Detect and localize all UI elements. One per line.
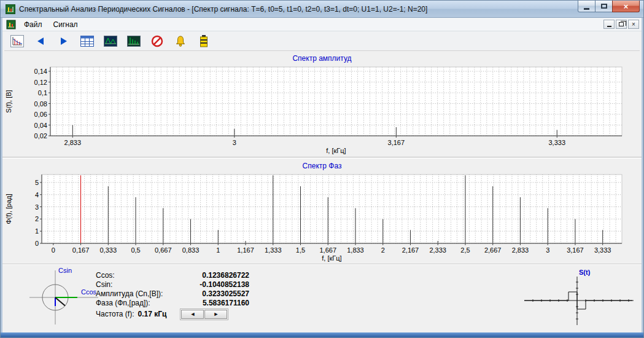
- battery-icon: [198, 34, 210, 48]
- minimize-button[interactable]: [578, 1, 596, 12]
- x-tick-label: 1,333: [265, 246, 282, 254]
- mdi-window-controls: ×: [603, 20, 639, 29]
- spectrum-image-icon: [127, 36, 141, 47]
- prev-arrow-icon: [36, 36, 45, 46]
- prev-harmonic-button[interactable]: [33, 33, 48, 49]
- app-window: Спектральный Анализ Периодических Сигнал…: [0, 0, 644, 338]
- x-axis-title: f, [кГц]: [322, 254, 341, 262]
- left-pointer-icon: ◄: [190, 311, 195, 317]
- x-tick-label: 0,5: [131, 246, 140, 254]
- x-tick-label: 0,833: [182, 246, 200, 254]
- menu-item-signal[interactable]: Сигнал: [48, 19, 83, 30]
- y-tick-label: 0,14: [34, 68, 47, 75]
- ccos-label: Ccos:: [96, 271, 177, 280]
- mdi-close-button[interactable]: ×: [628, 20, 639, 29]
- x-tick-label: 2,833: [512, 246, 529, 254]
- amplitude-label: Амплитуда (Cn,[В]):: [96, 289, 177, 298]
- readout-row-amplitude: Амплитуда (Cn,[В]): 0.3233025527: [96, 289, 249, 298]
- next-frequency-button[interactable]: ►: [204, 310, 227, 319]
- y-tick-label: 2: [35, 215, 39, 222]
- signal-view-button[interactable]: [103, 33, 118, 49]
- window-controls: ×: [578, 1, 640, 12]
- document-icon: [6, 20, 16, 29]
- ccos-value: 0.1236826722: [177, 271, 249, 280]
- x-tick-label: 1,5: [296, 246, 305, 254]
- alarm-bell-icon: [174, 35, 187, 47]
- y-tick-label: 3: [35, 203, 39, 211]
- x-tick-label: 0: [52, 246, 55, 254]
- x-tick-label: 3,167: [567, 246, 584, 254]
- mdi-close-icon: ×: [632, 21, 635, 28]
- x-tick-label: 2,5: [460, 246, 470, 254]
- x-tick-label: 1,667: [319, 246, 336, 254]
- alarm-button[interactable]: [173, 33, 188, 49]
- menubar: Файл Сигнал ×: [2, 18, 642, 31]
- x-tick-label: 3,333: [594, 246, 611, 254]
- y-tick-label: 0: [35, 240, 39, 247]
- stop-button[interactable]: [149, 33, 165, 49]
- table-icon: [80, 36, 94, 47]
- amplitude-chart-title: Спектр амплитуд: [2, 51, 642, 63]
- sin-axis-label: Csin: [58, 267, 72, 274]
- amplitude-spectrum-panel: Спектр амплитуд 0,020,040,060,080,10,120…: [2, 51, 642, 157]
- app-icon: [6, 4, 15, 14]
- x-tick-label: 0,333: [100, 246, 117, 254]
- mdi-minimize-button[interactable]: [603, 20, 615, 29]
- y-tick-label: 0,06: [34, 111, 47, 118]
- next-arrow-icon: [59, 36, 69, 46]
- mdi-restore-button[interactable]: [616, 20, 627, 29]
- spectrum-chart-icon: [10, 35, 24, 47]
- readout-row-frequency: Частота (f): 0.17 кГц ◄ ►: [96, 309, 249, 320]
- csin-value: -0.1040852138: [177, 280, 249, 289]
- maximize-icon: [601, 4, 607, 9]
- amplitude-spectrum-chart: 0,020,040,060,080,10,120,142,83333,1673,…: [2, 63, 644, 155]
- x-tick-label: 0,667: [155, 246, 172, 254]
- phase-spectrum-chart: 01234500,1670,3330,50,6670,83311,1671,33…: [2, 171, 644, 263]
- frequency-value: 0.17 кГц: [138, 310, 166, 318]
- x-tick-label: 1: [216, 246, 220, 254]
- right-pointer-icon: ►: [213, 311, 219, 317]
- x-tick-label: 3,167: [388, 139, 405, 146]
- frequency-label: Частота (f):: [96, 310, 134, 318]
- y-tick-label: 1: [35, 227, 39, 235]
- signal-label: S(t): [579, 269, 591, 276]
- table-view-button[interactable]: [79, 33, 95, 49]
- x-tick-label: 2,333: [429, 246, 446, 254]
- x-tick-label: 0,167: [72, 246, 90, 254]
- y-tick-label: 0,12: [34, 79, 47, 86]
- stop-icon: [151, 35, 163, 47]
- y-tick-label: 0,02: [34, 132, 47, 140]
- window-title: Спектральный Анализ Периодических Сигнал…: [19, 5, 427, 14]
- x-tick-label: 2,667: [484, 246, 502, 254]
- readout-row-ccos: Ccos: 0.1236826722: [96, 270, 249, 280]
- minimize-icon: [584, 8, 589, 10]
- x-tick-label: 3,333: [549, 139, 566, 146]
- mdi-minimize-icon: [607, 26, 611, 27]
- csin-label: Csin:: [96, 280, 177, 289]
- phasor-vector-line: [55, 297, 65, 306]
- maximize-button[interactable]: [595, 1, 613, 12]
- battery-button[interactable]: [196, 33, 212, 49]
- x-tick-label: 3: [546, 246, 549, 254]
- amplitude-value: 0.3233025527: [177, 289, 249, 298]
- harmonic-detail-panel: Csin Ccos Ccos: 0.1236826722 Csin: -0.10…: [2, 264, 642, 332]
- close-button[interactable]: ×: [612, 1, 640, 12]
- readout-row-csin: Csin: -0.1040852138: [96, 280, 249, 289]
- y-tick-label: 5: [35, 179, 39, 186]
- menu-item-file[interactable]: Файл: [18, 19, 48, 30]
- x-tick-label: 1,833: [347, 246, 364, 254]
- phase-value: 5.5836171160: [177, 299, 249, 307]
- spectrum-chart-button[interactable]: [9, 33, 25, 49]
- phase-spectrum-panel: Спектр Фаз 01234500,1670,3330,50,6670,83…: [2, 159, 642, 264]
- next-harmonic-button[interactable]: [56, 33, 72, 49]
- window-bottom-border: [1, 332, 643, 338]
- spectrum-view-button[interactable]: [126, 33, 142, 49]
- prev-frequency-button[interactable]: ◄: [181, 310, 204, 319]
- signal-preview: S(t): [522, 267, 635, 328]
- phase-label: Фаза (Фn,[рад]):: [96, 299, 177, 307]
- y-tick-label: 0,1: [38, 89, 47, 96]
- cos-axis-label: Ccos: [81, 288, 97, 296]
- x-tick-label: 2,167: [402, 246, 419, 254]
- y-axis-title: Ф(f), [рад]: [5, 194, 12, 224]
- phasor-diagram: Csin Ccos: [25, 265, 107, 329]
